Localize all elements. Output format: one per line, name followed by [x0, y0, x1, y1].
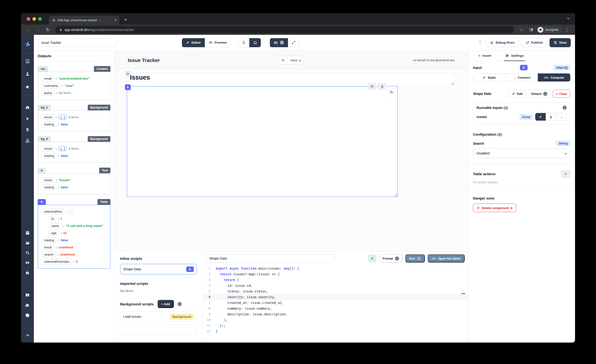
text-component-a[interactable]: a Issues [127, 73, 454, 85]
run-button[interactable]: Runi [405, 254, 425, 262]
arg-static-button[interactable] [535, 113, 546, 121]
output-card-b[interactable]: b Table selectedRow:- id:1 name:"A cell … [38, 199, 110, 269]
output-row[interactable]: loading:false [42, 185, 108, 190]
array-expand-pill[interactable]: [...] [58, 146, 67, 151]
new-tab-button[interactable]: + [124, 17, 127, 23]
inline-script-item[interactable]: Shape Data b [120, 264, 197, 274]
resources-cubes-icon[interactable] [21, 137, 34, 144]
format-button[interactable]: Formati [379, 254, 402, 262]
table-component-b[interactable]: b ↻ [127, 86, 398, 197]
output-row[interactable]: selectedRow:- [42, 209, 108, 214]
edit-runnable-button[interactable]: Edit [509, 90, 526, 98]
favorites-star-icon[interactable] [21, 84, 34, 90]
output-row[interactable]: loading:false [42, 122, 108, 127]
variables-dollar-icon[interactable]: $ [21, 126, 34, 133]
static-mode-button[interactable]: Static [473, 74, 506, 82]
output-card-a[interactable]: a Text result:"Issues" loading:false [38, 168, 110, 194]
output-row[interactable]: email:"user@windmill.dev" [42, 76, 108, 81]
component-id-chip[interactable]: b [125, 84, 131, 90]
schedule-select[interactable]: once [287, 56, 304, 64]
maximize-window-button[interactable] [38, 17, 42, 21]
script-name-input[interactable] [206, 254, 335, 263]
tab-insert[interactable]: + Insert [478, 51, 491, 61]
output-row[interactable]: age:42 [49, 230, 108, 236]
arg-connect-button[interactable]: → [556, 113, 567, 121]
arg-user-button[interactable] [546, 113, 556, 121]
output-id-chip[interactable]: b [38, 199, 46, 205]
bookmark-star-icon[interactable]: ☆ [518, 26, 526, 34]
runs-play-icon[interactable] [21, 115, 34, 122]
add-action-button[interactable]: + [561, 170, 570, 178]
info-icon[interactable]: i [178, 302, 182, 306]
minimize-window-button[interactable] [32, 17, 36, 21]
app-canvas[interactable]: a Issues b ↻ [114, 69, 468, 252]
more-options-kebab-icon[interactable]: ⋮ [478, 40, 483, 45]
background-script-item[interactable]: Load Issues Background [120, 311, 197, 322]
code-line[interactable]: 12} [203, 328, 468, 334]
code-line[interactable]: 8 summary: issue.summary, [203, 306, 468, 311]
output-id-chip[interactable]: a [38, 168, 45, 173]
close-window-button[interactable] [27, 17, 30, 21]
output-row[interactable]: result:[...]4 items , [42, 146, 108, 151]
code-line[interactable]: 3 return { [203, 277, 468, 283]
connect-mode-button[interactable]: → Connect [506, 74, 538, 82]
folders-icon[interactable] [21, 239, 34, 246]
ai-robot-icon[interactable] [21, 269, 34, 276]
code-line[interactable]: 5 status: issue.status, [203, 289, 468, 294]
info-icon[interactable]: i [280, 41, 284, 45]
code-line[interactable]: 4 id: issue.id, [203, 283, 468, 289]
output-row[interactable]: loading:false [42, 238, 108, 243]
code-editor[interactable]: 1export async function main(issues: any[… [203, 265, 468, 342]
address-bar[interactable]: app.windmill.dev/apps/edit/u/user/issue-… [55, 26, 514, 33]
browser-tab[interactable]: Edit App u/user/issue-tracker | × [49, 16, 119, 25]
compute-mode-button[interactable]: </> Compute [538, 74, 570, 82]
info-icon[interactable]: i [563, 106, 567, 110]
output-card-bg1[interactable]: bg_1 Background result:[...]8 items , lo… [38, 105, 110, 131]
collapse-arrow-right-icon[interactable] [21, 332, 34, 339]
output-card-bg0[interactable]: bg_0 Background result:[...]4 items , lo… [38, 136, 110, 163]
schedules-calendar-icon[interactable] [21, 229, 34, 236]
close-tab-icon[interactable]: × [114, 18, 117, 22]
docs-book-icon[interactable] [21, 292, 34, 298]
output-row[interactable]: result:undefined [42, 245, 108, 250]
watch-eye-icon[interactable] [21, 259, 34, 266]
code-line[interactable]: 11 }); [203, 323, 468, 328]
output-row[interactable]: loading:false [42, 153, 108, 158]
desktop-view-button[interactable] [249, 38, 261, 47]
add-background-script-button[interactable]: + Add [157, 300, 174, 308]
code-line[interactable]: 7 created_at: issue.created_at, [203, 300, 468, 306]
editor-mode-button[interactable]: Editor [182, 38, 205, 47]
output-row[interactable]: result:"Issues" [42, 177, 108, 183]
clear-button[interactable]: × Clear [553, 90, 570, 98]
anchor-handle-icon[interactable] [378, 83, 386, 90]
background-script-item-clipped[interactable] [120, 325, 197, 335]
workspace-building-icon[interactable] [21, 58, 34, 64]
component-id-chip[interactable]: a [125, 71, 131, 76]
discord-icon[interactable] [21, 302, 34, 309]
fullscreen-button[interactable] [288, 38, 299, 47]
detach-button[interactable]: Detachi [528, 90, 551, 98]
mobile-view-button[interactable] [238, 38, 249, 47]
code-line[interactable]: 2 return issues?.map((issue) => { [203, 271, 468, 277]
app-name-input[interactable] [38, 38, 117, 47]
collapse-toggle[interactable]: - [69, 209, 74, 214]
output-id-chip[interactable]: bg_0 [38, 136, 51, 142]
output-row[interactable]: selectedRowIndex:0 [42, 259, 108, 264]
groups-users-gear-icon[interactable] [21, 249, 34, 256]
tab-settings[interactable]: Settings [505, 51, 524, 61]
preview-mode-button[interactable]: Preview [205, 38, 231, 47]
open-full-editor-button[interactable]: </> Open full editor [428, 254, 465, 262]
back-icon[interactable]: ← [25, 26, 33, 34]
code-line[interactable]: 1export async function main(issues: any[… [203, 266, 468, 271]
debug-runs-button[interactable]: Debug Runs [486, 38, 519, 47]
outputs-width-button[interactable]: |0| i [270, 38, 288, 47]
windmill-logo-icon[interactable] [21, 41, 34, 48]
output-row[interactable]: id:1 [49, 216, 108, 221]
tab-search-chevron-icon[interactable] [567, 17, 570, 19]
output-row[interactable]: name:"A cell with a long name" [49, 223, 108, 228]
search-select[interactable]: Disabled [473, 149, 570, 158]
home-icon[interactable] [21, 104, 34, 111]
output-row[interactable]: username:"user" [42, 83, 108, 88]
publish-button[interactable]: Publish [522, 38, 547, 47]
code-line[interactable]: 9 description: issue.description, [203, 311, 468, 317]
